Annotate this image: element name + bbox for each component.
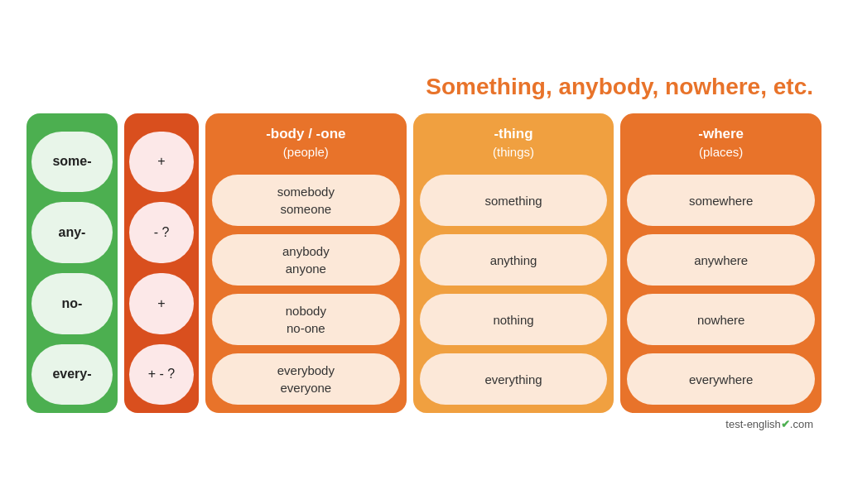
col-thing-header: -thing (things) — [420, 122, 608, 166]
col-where-header-text: -where — [698, 126, 744, 142]
col-where: -where (places) somewhere anywhere nowhe… — [620, 113, 822, 413]
body-nobody: nobody no-one — [212, 294, 400, 345]
footer-domain: .com — [790, 418, 813, 430]
thing-everything: everything — [420, 353, 608, 405]
sign-plus2: + — [129, 273, 194, 334]
prefix-some: some- — [31, 132, 113, 193]
where-somewhere: somewhere — [627, 175, 815, 226]
where-anywhere: anywhere — [627, 234, 815, 286]
thing-anything: anything — [420, 234, 608, 286]
col-body-header-text: -body / -one — [266, 126, 345, 142]
footer-text: test-english — [725, 418, 780, 430]
where-everywhere: everywhere — [627, 353, 815, 405]
col-thing-header-text: -thing — [494, 126, 532, 142]
grid: some- any- no- every- + - ? + + - ? -bod… — [26, 113, 822, 413]
col-where-header: -where (places) — [627, 122, 815, 166]
sign-plus: + — [129, 132, 194, 193]
footer: test-english✔.com — [26, 418, 822, 430]
body-everybody: everybody everyone — [212, 353, 400, 405]
sign-all: + - ? — [129, 344, 194, 406]
thing-nothing: nothing — [420, 294, 608, 345]
col-thing-subheader: (things) — [493, 145, 534, 159]
col-thing: -thing (things) something anything nothi… — [413, 113, 614, 413]
col-body-header: -body / -one (people) — [212, 122, 400, 166]
footer-check: ✔ — [781, 418, 790, 430]
main-container: Something, anybody, nowhere, etc. some- … — [18, 65, 830, 439]
page-title: Something, anybody, nowhere, etc. — [26, 74, 822, 100]
col-body: -body / -one (people) somebody someone a… — [205, 113, 407, 413]
sign-minus-q: - ? — [129, 202, 194, 263]
prefix-every: every- — [31, 344, 113, 406]
prefix-any: any- — [31, 202, 113, 263]
body-somebody: somebody someone — [212, 175, 400, 226]
col-where-subheader: (places) — [699, 145, 743, 159]
col-sign: + - ? + + - ? — [124, 113, 199, 413]
prefix-no: no- — [31, 273, 113, 334]
body-anybody: anybody anyone — [212, 234, 400, 286]
thing-something: something — [420, 175, 608, 226]
col-body-subheader: (people) — [283, 145, 329, 159]
col-prefix: some- any- no- every- — [26, 113, 118, 413]
where-nowhere: nowhere — [627, 294, 815, 345]
